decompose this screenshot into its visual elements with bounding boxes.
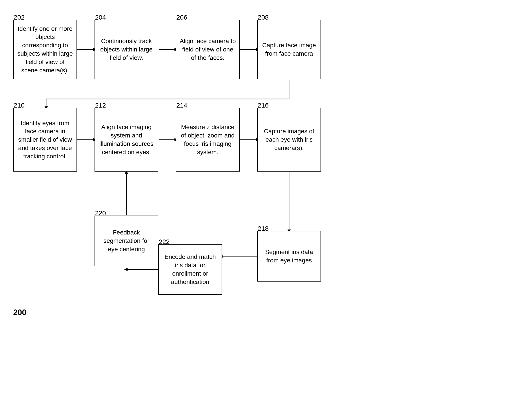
box-204: Continuously track objects within large … bbox=[95, 20, 158, 79]
ref-204: 204 bbox=[95, 14, 106, 21]
box-212: Align face imaging system and illuminati… bbox=[95, 108, 158, 172]
box-218: Segment iris data from eye images bbox=[257, 231, 321, 282]
box-220: Feedback segmentation for eye centering bbox=[95, 215, 158, 266]
diagram-title: 200 bbox=[13, 308, 26, 317]
box-222: Encode and match iris data for enrollmen… bbox=[158, 244, 222, 295]
ref-218: 218 bbox=[258, 225, 269, 232]
ref-220: 220 bbox=[95, 209, 106, 217]
box-202: Identify one or more objects correspondi… bbox=[13, 20, 77, 79]
ref-206: 206 bbox=[176, 14, 187, 21]
ref-212: 212 bbox=[95, 102, 106, 109]
box-214: Measure z distance of object; zoom and f… bbox=[176, 108, 240, 172]
ref-216: 216 bbox=[258, 102, 269, 109]
diagram-container: Identify one or more objects correspondi… bbox=[0, 0, 532, 410]
ref-222: 222 bbox=[159, 238, 170, 245]
box-216: Capture images of each eye with iris cam… bbox=[257, 108, 321, 172]
box-206: Align face camera to field of view of on… bbox=[176, 20, 240, 79]
ref-210: 210 bbox=[14, 102, 25, 109]
ref-208: 208 bbox=[258, 14, 269, 21]
box-208: Capture face image from face camera bbox=[257, 20, 321, 79]
ref-202: 202 bbox=[14, 14, 25, 21]
box-210: Identify eyes from face camera in smalle… bbox=[13, 108, 77, 172]
ref-214: 214 bbox=[176, 102, 187, 109]
svg-marker-21 bbox=[124, 268, 127, 271]
